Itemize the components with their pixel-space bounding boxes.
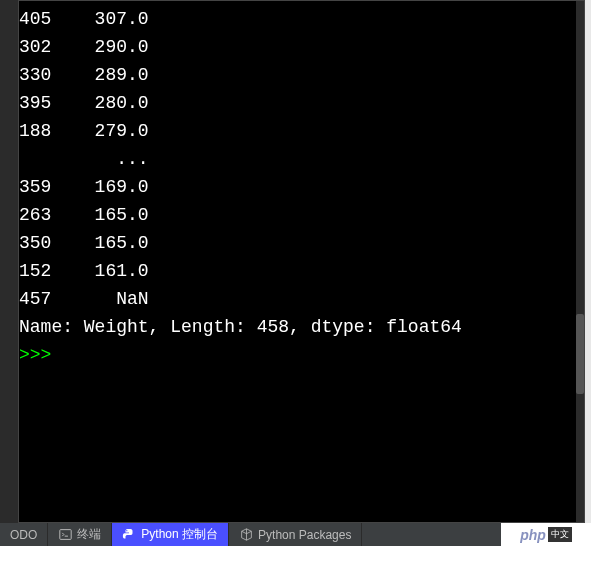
python-prompt[interactable]: >>> — [19, 341, 584, 369]
console-scrollbar[interactable] — [576, 1, 584, 522]
tab-label: Python 控制台 — [141, 526, 218, 543]
data-row: 457 NaN — [19, 285, 584, 313]
data-row: 188 279.0 — [19, 117, 584, 145]
tab-todo[interactable]: ODO — [0, 523, 48, 546]
cn-badge: 中文 — [548, 527, 572, 542]
data-row: 359 169.0 — [19, 173, 584, 201]
python-icon — [122, 528, 136, 542]
data-row: 350 165.0 — [19, 229, 584, 257]
page-bottom-margin — [0, 546, 591, 570]
data-row: 405 307.0 — [19, 5, 584, 33]
tab-terminal[interactable]: 终端 — [48, 523, 112, 546]
series-summary: Name: Weight, Length: 458, dtype: float6… — [19, 313, 584, 341]
tab-python-packages[interactable]: Python Packages — [229, 523, 362, 546]
editor-gutter — [0, 0, 18, 523]
data-row: 263 165.0 — [19, 201, 584, 229]
tab-label: 终端 — [77, 526, 101, 543]
tab-label: Python Packages — [258, 528, 351, 542]
svg-rect-0 — [60, 530, 71, 540]
php-logo-text: php — [520, 527, 546, 543]
tab-python-console[interactable]: Python 控制台 — [112, 523, 229, 546]
data-row: 302 290.0 — [19, 33, 584, 61]
watermark-badge: php 中文 — [501, 523, 591, 546]
data-row: 152 161.0 — [19, 257, 584, 285]
scrollbar-thumb[interactable] — [576, 314, 584, 394]
data-row: 330 289.0 — [19, 61, 584, 89]
svg-point-1 — [127, 530, 128, 531]
tab-label: ODO — [10, 528, 37, 542]
packages-icon — [239, 528, 253, 542]
python-console-output[interactable]: 405 307.0302 290.0330 289.0395 280.0188 … — [18, 0, 585, 523]
terminal-icon — [58, 528, 72, 542]
data-row: 395 280.0 — [19, 89, 584, 117]
ellipsis-row: ... — [19, 145, 584, 173]
